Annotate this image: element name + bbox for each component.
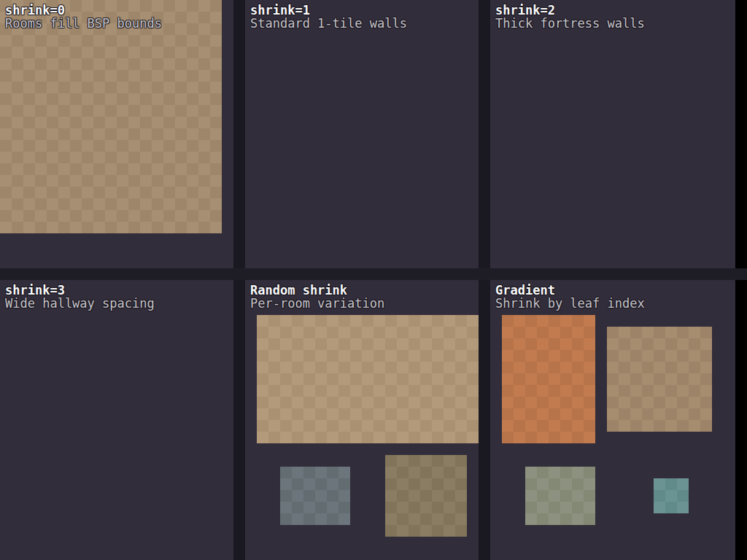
panel-shrink-2 bbox=[490, 0, 735, 268]
room bbox=[502, 315, 595, 443]
right-edge-strip bbox=[735, 0, 747, 560]
panel-subtitle: Wide hallway spacing bbox=[5, 297, 155, 310]
panel-label: shrink=1Standard 1-tile walls bbox=[250, 4, 407, 30]
panel-shrink-3 bbox=[0, 280, 233, 560]
room bbox=[385, 455, 467, 537]
panel-title: Gradient bbox=[495, 284, 645, 297]
room bbox=[607, 327, 712, 432]
horizontal-gutter bbox=[0, 268, 747, 280]
room bbox=[525, 467, 595, 525]
panel-subtitle: Rooms fill BSP bounds bbox=[5, 17, 162, 30]
panel-shrink-1 bbox=[245, 0, 479, 268]
bsp-shrink-comparison-canvas: shrink=0Rooms fill BSP boundsshrink=1Sta… bbox=[0, 0, 747, 560]
panel-title: shrink=1 bbox=[250, 4, 407, 17]
panel-label: GradientShrink by leaf index bbox=[495, 284, 645, 310]
panel-label: shrink=0Rooms fill BSP bounds bbox=[5, 4, 162, 30]
vertical-gutter-1 bbox=[233, 0, 245, 560]
panel-subtitle: Standard 1-tile walls bbox=[250, 17, 407, 30]
panel-subtitle: Per-room variation bbox=[250, 297, 384, 310]
panel-label: Random shrinkPer-room variation bbox=[250, 284, 384, 310]
panel-subtitle: Shrink by leaf index bbox=[495, 297, 645, 310]
panel-label: shrink=2Thick fortress walls bbox=[495, 4, 645, 30]
room bbox=[280, 467, 350, 525]
room bbox=[257, 315, 479, 443]
panel-title: shrink=3 bbox=[5, 284, 155, 297]
vertical-gutter-2 bbox=[479, 0, 490, 560]
panel-label: shrink=3Wide hallway spacing bbox=[5, 284, 155, 310]
panel-title: Random shrink bbox=[250, 284, 384, 297]
panel-subtitle: Thick fortress walls bbox=[495, 17, 645, 30]
panel-title: shrink=2 bbox=[495, 4, 645, 17]
room bbox=[654, 478, 689, 513]
room bbox=[0, 0, 222, 233]
panel-title: shrink=0 bbox=[5, 4, 162, 17]
